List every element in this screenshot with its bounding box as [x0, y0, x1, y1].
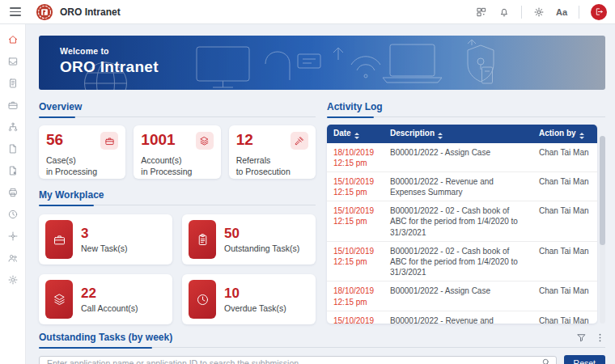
overview-card-accounts[interactable]: 1001 Account(s)in Processing — [134, 125, 220, 179]
row-action-by: Chan Tai Man — [532, 281, 597, 311]
row-description: B00001/2022 - 02 - Cash book of ABC for … — [384, 241, 532, 281]
call-accounts-count: 22 — [81, 286, 138, 300]
sitemap-icon — [7, 121, 19, 133]
home-icon — [7, 34, 19, 45]
sidebar-item-files[interactable] — [7, 165, 19, 176]
sidebar-item-reports[interactable] — [7, 78, 19, 89]
workplace-card-new-tasks[interactable]: 3 New Task(s) — [39, 214, 172, 265]
divider — [579, 6, 579, 19]
outstanding-tasks-label: Outstanding Task(s) — [224, 243, 299, 253]
network-node-icon — [7, 231, 19, 242]
activity-log-title: Activity Log — [327, 101, 383, 112]
sidebar-item-history[interactable] — [7, 209, 19, 220]
sidebar — [0, 24, 26, 364]
history-clock-icon — [7, 209, 19, 220]
workplace-card-call-accounts[interactable]: 22 Call Account(s) — [39, 274, 172, 324]
accounts-count: 1001 — [141, 132, 175, 147]
row-action-by: Chan Tai Man — [532, 171, 597, 201]
table-row[interactable]: 15/10/201912:15 pm B00001/2022 - 02 - Ca… — [327, 241, 597, 281]
sidebar-item-print[interactable] — [7, 187, 19, 198]
overview-section-head: Overview — [39, 101, 316, 117]
layers-icon — [196, 132, 214, 150]
main-content: Welcome to ORO Intranet Overview 56 Case… — [26, 24, 615, 364]
search-icon[interactable] — [541, 358, 551, 364]
document-icon — [7, 143, 19, 154]
table-row[interactable]: 18/10/201912:15 pm B00001/2022 - Assign … — [327, 143, 597, 172]
topbar: ORO Intranet Aa — [0, 0, 615, 24]
overview-card-referrals[interactable]: 12 Referralsto Prosecution — [229, 125, 316, 179]
table-row[interactable]: 18/10/201912:15 pm B00001/2022 - Assign … — [327, 281, 597, 311]
sidebar-item-settings[interactable] — [7, 274, 19, 286]
font-size-icon[interactable]: Aa — [556, 7, 567, 17]
overview-cards: 56 Case(s)in Processing 1001 Account(s)i… — [39, 125, 316, 179]
sidebar-item-cases[interactable] — [7, 99, 19, 111]
sidebar-item-workflow[interactable] — [7, 231, 19, 242]
call-accounts-label: Call Account(s) — [81, 303, 138, 313]
cases-count: 56 — [46, 132, 63, 147]
submission-search-row: Reset — [39, 355, 605, 364]
row-date: 18/10/201912:15 pm — [327, 143, 384, 172]
gavel-icon — [291, 132, 308, 150]
sidebar-item-org-chart[interactable] — [7, 121, 19, 133]
table-scrollbar[interactable] — [600, 136, 605, 324]
row-date: 15/10/201912:15 pm — [327, 171, 384, 201]
hamburger-icon[interactable] — [10, 7, 21, 16]
report-icon — [7, 78, 19, 89]
overview-title: Overview — [39, 101, 82, 112]
printer-icon — [7, 187, 19, 198]
workplace-section-head: My Workplace — [39, 189, 316, 205]
outstanding-tasks-section-head: Outstanding Tasks (by week) — [39, 332, 605, 348]
divider — [521, 6, 522, 19]
table-row[interactable]: 15/10/201912:15 pm B00001/2022 - 02 - Ca… — [327, 201, 597, 242]
banner-title: ORO Intranet — [60, 58, 159, 76]
activity-log-section-head: Activity Log — [327, 101, 605, 117]
row-description: B00001/2022 - Assign Case — [384, 281, 532, 311]
briefcase-icon — [45, 220, 73, 259]
row-description: B00001/2022 - Revenue and Expenses Summa… — [384, 171, 532, 201]
column-header-action-by[interactable]: Action by — [532, 125, 597, 143]
sidebar-item-inbox[interactable] — [7, 56, 19, 67]
accounts-label: Account(s)in Processing — [141, 155, 213, 177]
sidebar-item-users[interactable] — [7, 252, 19, 264]
overview-card-cases[interactable]: 56 Case(s)in Processing — [39, 125, 125, 179]
table-row[interactable]: 15/10/201912:15 pm B00001/2022 - Revenue… — [327, 171, 597, 201]
gear-icon[interactable] — [533, 6, 545, 18]
column-header-date[interactable]: Date — [327, 125, 384, 143]
sort-icon — [354, 133, 359, 139]
outstanding-tasks-count: 50 — [224, 226, 299, 240]
briefcase-icon — [7, 99, 19, 111]
clipboard-icon — [189, 220, 216, 259]
briefcase-icon — [100, 132, 118, 150]
bell-icon[interactable] — [498, 6, 510, 18]
filter-funnel-icon[interactable] — [576, 332, 587, 343]
users-icon — [7, 252, 19, 264]
row-action-by: Chan Tai Man — [532, 311, 597, 324]
layers-icon — [45, 280, 73, 319]
overdue-tasks-count: 10 — [224, 286, 286, 300]
scrollbar-thumb[interactable] — [600, 136, 605, 245]
clock-icon — [189, 280, 216, 319]
table-row[interactable]: 15/10/201912:15 pm B00001/2022 - Revenue… — [327, 311, 597, 324]
workplace-card-outstanding-tasks[interactable]: 50 Outstanding Task(s) — [182, 214, 316, 265]
document-check-icon — [7, 165, 19, 176]
workplace-title: My Workplace — [39, 189, 104, 201]
row-date: 18/10/201912:15 pm — [327, 281, 384, 311]
row-action-by: Chan Tai Man — [532, 201, 597, 242]
sidebar-item-documents[interactable] — [7, 143, 19, 154]
apps-grid-icon[interactable] — [476, 6, 487, 18]
row-action-by: Chan Tai Man — [532, 241, 597, 281]
kebab-menu-icon[interactable] — [595, 332, 605, 343]
workplace-cards: 3 New Task(s) 50 Outstanding Task(s) 22 … — [39, 214, 316, 324]
app-title: ORO Intranet — [60, 6, 121, 18]
workplace-card-overdue-tasks[interactable]: 10 Overdue Task(s) — [182, 274, 316, 324]
row-description: B00001/2022 - Assign Case — [384, 143, 532, 172]
inbox-tray-icon — [7, 56, 19, 67]
logout-icon[interactable] — [591, 4, 607, 20]
reset-button[interactable]: Reset — [564, 355, 605, 364]
search-input[interactable] — [39, 356, 557, 364]
sidebar-item-home[interactable] — [7, 34, 19, 45]
outstanding-tasks-title: Outstanding Tasks (by week) — [39, 332, 172, 343]
referrals-label: Referralsto Prosecution — [236, 155, 308, 177]
column-header-description[interactable]: Description — [384, 125, 532, 143]
welcome-banner: Welcome to ORO Intranet — [39, 36, 605, 90]
